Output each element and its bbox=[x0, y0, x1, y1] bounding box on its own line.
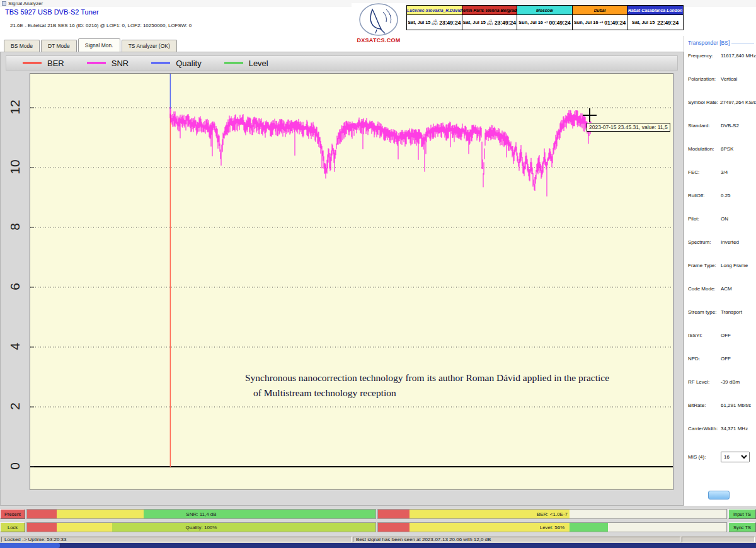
field-value: Vertical bbox=[721, 76, 737, 82]
status-spare bbox=[682, 537, 755, 542]
clock-tz-offset: +3 bbox=[544, 21, 548, 24]
field-label: NPD: bbox=[688, 356, 721, 362]
signal-plot[interactable] bbox=[30, 73, 673, 490]
field-label: Symbol Rate: bbox=[688, 100, 720, 105]
transponder-panel-title: Transponder [BS] bbox=[688, 40, 730, 46]
clock-time: 23:49:24 bbox=[439, 20, 461, 26]
meter-value-text: BER: <1.0E-7 bbox=[378, 510, 726, 518]
legend-item-quality: Quality bbox=[151, 59, 201, 68]
clock-date: Sat, Jul 15 bbox=[632, 20, 655, 25]
clock-city-label: Berlin-Paris-Vienna-Belgrade bbox=[462, 6, 517, 15]
clock-tz-offset: +4 bbox=[599, 21, 603, 24]
legend-label: SNR bbox=[112, 59, 129, 68]
status-lock-uptime: Locked -> Uptime: 53:20:33 bbox=[1, 537, 352, 542]
crosshair-v-line bbox=[589, 108, 590, 122]
annotation-line1: Synchronous nanocorrection technology fr… bbox=[245, 370, 609, 385]
dxsatcs-logo: DXSATCS.COM bbox=[352, 3, 406, 43]
field-value: ACM bbox=[721, 286, 732, 292]
transponder-field-row: Pilot:ON bbox=[688, 216, 756, 239]
meter-bar-2-1: Quality: 100% bbox=[26, 522, 376, 532]
field-value: 0.25 bbox=[721, 193, 731, 198]
meter-value-text: Level: 56% bbox=[378, 523, 726, 532]
sidebar-blue-button[interactable] bbox=[708, 491, 730, 499]
field-label: Pilot: bbox=[688, 216, 721, 222]
field-value: OFF bbox=[721, 356, 731, 362]
legend-item-snr: SNR bbox=[87, 59, 129, 68]
field-label: FEC: bbox=[688, 169, 721, 175]
legend-label: BER bbox=[47, 59, 64, 68]
clock-time: 01:49:24 bbox=[604, 20, 626, 26]
transponder-field-row: Frequency:11617,840 MHz bbox=[688, 53, 756, 76]
field-label: RF Level: bbox=[688, 379, 721, 385]
clock-tz-offset: +1DST bbox=[432, 20, 438, 26]
legend-label: Level bbox=[249, 59, 268, 68]
tab-ts-analyzer-ok[interactable]: TS Analyzer (OK) bbox=[122, 40, 177, 52]
clock-time-row: Sun, Jul 16+401:49:24 bbox=[573, 15, 627, 30]
field-value: Long Frame bbox=[721, 263, 748, 268]
transponder-field-row: Frame Type:Long Frame bbox=[688, 263, 756, 286]
field-value: Transport bbox=[721, 309, 742, 315]
clock-time-row: Sat, Jul 15+1DST23:49:24 bbox=[407, 15, 462, 30]
transponder-title-rule bbox=[731, 43, 754, 43]
transponder-panel-header: Transponder [BS] bbox=[688, 38, 756, 47]
field-value: DVB-S2 bbox=[721, 123, 739, 128]
field-label: Polarization: bbox=[688, 76, 721, 82]
field-value: -39 dBm bbox=[721, 379, 740, 385]
crosshair-cursor bbox=[583, 108, 597, 122]
clock-1: Lučenec-Slovakia_R.DávidSat, Jul 15+1DST… bbox=[407, 6, 462, 30]
clock-3: MoscowSun, Jul 16+300:49:24 bbox=[517, 6, 573, 30]
tab-signal-mon[interactable]: Signal Mon. bbox=[78, 38, 120, 52]
transponder-field-row: FEC:3/4 bbox=[688, 169, 756, 193]
legend-swatch-icon bbox=[151, 62, 170, 64]
transponder-field-row: BitRate:61,291 Mbit/s bbox=[688, 402, 756, 426]
field-value: 61,291 Mbit/s bbox=[721, 402, 751, 408]
field-label: Spectrum: bbox=[688, 239, 721, 245]
meter-row-1: PresentSNR: 11,4 dBBER: <1.0E-7Input TS bbox=[0, 509, 756, 519]
clock-city-label: Rabat-Casablanca-London bbox=[627, 6, 683, 15]
field-label: Modulation: bbox=[688, 146, 721, 152]
transponder-field-row: Symbol Rate:27497,264 KS/s bbox=[688, 100, 756, 123]
mis-select[interactable]: 16 bbox=[721, 452, 750, 462]
field-label: ISSYI: bbox=[688, 333, 721, 338]
field-value: OFF bbox=[721, 333, 731, 338]
tab-dt-mode[interactable]: DT Mode bbox=[41, 40, 77, 52]
meter-indicator-lock: Lock bbox=[0, 522, 25, 532]
y-tick-label-8: 8 bbox=[7, 216, 23, 237]
logo-text: DXSATCS.COM bbox=[352, 37, 406, 43]
tuner-subtitle: 21.6E - Eutelsat 21B SES 16 (ID: 0216) @… bbox=[10, 23, 192, 28]
clock-date: Sun, Jul 16 bbox=[574, 20, 598, 25]
chart-legend: BERSNRQualityLevel bbox=[6, 55, 678, 71]
field-value: Inverted bbox=[721, 239, 739, 245]
field-label: Stream type: bbox=[688, 309, 721, 315]
clock-city-label: Dubai bbox=[573, 6, 627, 15]
status-best-signal: Best signal has been seen at 2023-07-13 … bbox=[353, 537, 680, 542]
meters: PresentSNR: 11,4 dBBER: <1.0E-7Input TSL… bbox=[0, 506, 756, 536]
y-tick-label-4: 4 bbox=[7, 336, 23, 357]
clock-time: 00:49:24 bbox=[549, 20, 571, 26]
field-value: 34,371 MHz bbox=[721, 426, 748, 431]
transponder-field-row: Stream type:Transport bbox=[688, 309, 756, 333]
y-axis: 024681012 bbox=[1, 52, 30, 506]
taskbar-segment bbox=[0, 543, 60, 548]
field-label: Frequency: bbox=[688, 53, 721, 59]
clock-time-row: Sat, Jul 15+1DST23:49:24 bbox=[462, 15, 517, 30]
meter-bar-1-1: SNR: 11,4 dB bbox=[26, 509, 376, 519]
tab-bar: BS ModeDT ModeSignal Mon.TS Analyzer (OK… bbox=[0, 36, 684, 52]
clock-time-row: Sun, Jul 16+300:49:24 bbox=[517, 15, 572, 30]
transponder-fields: Frequency:11617,840 MHzPolarization:Vert… bbox=[688, 53, 756, 449]
field-value: 3/4 bbox=[721, 169, 728, 175]
field-label: Frame Type: bbox=[688, 263, 721, 268]
field-value: 27497,264 KS/s bbox=[720, 100, 756, 105]
field-label: CarrierWidth: bbox=[688, 426, 721, 431]
tab-bs-mode[interactable]: BS Mode bbox=[4, 40, 40, 52]
transponder-panel: Transponder [BS] Frequency:11617,840 MHz… bbox=[684, 36, 756, 506]
taskbar bbox=[0, 543, 756, 548]
meter-bar-2-2: Level: 56% bbox=[377, 522, 727, 532]
transponder-field-row: Polarization:Vertical bbox=[688, 76, 756, 100]
chart-annotation: Synchronous nanocorrection technology fr… bbox=[245, 370, 609, 401]
meter-value-text: Quality: 100% bbox=[27, 523, 375, 532]
mis-row: MIS (4): 16 bbox=[688, 449, 756, 464]
meter-row-2: LockQuality: 100%Level: 56%Sync TS bbox=[0, 522, 756, 532]
world-clocks: Lučenec-Slovakia_R.DávidSat, Jul 15+1DST… bbox=[406, 5, 684, 30]
clock-2: Berlin-Paris-Vienna-BelgradeSat, Jul 15+… bbox=[462, 6, 518, 30]
